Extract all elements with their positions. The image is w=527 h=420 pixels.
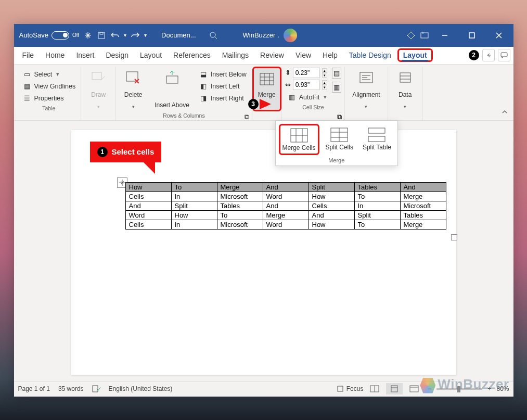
tab-mailings[interactable]: Mailings [217,49,254,61]
table-cell[interactable]: Cells [125,220,171,229]
table-cell[interactable]: Merge [217,182,263,192]
table-cell[interactable]: Tables [400,210,446,220]
zoom-in-button[interactable]: + [485,385,493,392]
undo-icon[interactable] [110,31,120,40]
table-cell[interactable]: Word [263,220,309,229]
autofit-button[interactable]: ▥AutoFit▾ [285,92,329,103]
table-row[interactable]: WordHowToMergeAndSplitTables [125,210,446,220]
table-cell[interactable]: Microsoft [217,220,263,229]
table-cell[interactable]: And [309,210,354,220]
table-cell[interactable]: Merge [400,192,446,201]
table-row[interactable]: AndSplitTablesAndCellsInMicrosoft [125,201,446,210]
data-button[interactable]: Data ▾ [391,67,419,111]
minimize-button[interactable] [433,24,456,47]
read-mode-button[interactable] [366,383,383,394]
table-cell[interactable]: Split [171,201,217,210]
save-icon[interactable] [97,31,106,40]
collapse-ribbon-button[interactable] [501,108,508,117]
insert-left-button[interactable]: ◧Insert Left [197,81,249,92]
table-cell[interactable]: Split [354,210,400,220]
spin-up[interactable]: ▴ [322,68,327,73]
tab-home[interactable]: Home [40,49,70,61]
table-cell[interactable]: Split [309,182,354,192]
zoom-out-button[interactable]: − [426,385,433,392]
language-indicator[interactable]: English (United States) [109,385,173,392]
autosave-toggle[interactable]: AutoSave Off [19,31,80,40]
row-height-input[interactable]: ⇕ ▴▾ [285,68,329,78]
spin-up[interactable]: ▴ [322,80,327,85]
table-cell[interactable]: To [217,210,263,220]
table-cell[interactable]: To [171,182,217,192]
tab-file[interactable]: File [17,49,40,61]
search-icon[interactable] [209,31,218,40]
table-cell[interactable]: Cells [309,201,354,210]
table-row[interactable]: CellsInMicrosoftWordHowToMerge [125,220,446,229]
table-cell[interactable]: And [400,182,446,192]
tab-view[interactable]: View [290,49,316,61]
word-count[interactable]: 35 words [58,385,84,392]
comments-button[interactable] [498,49,510,61]
tab-references[interactable]: References [168,49,216,61]
merge-cells-button[interactable]: Merge Cells [279,124,319,155]
print-layout-button[interactable] [386,383,403,394]
tab-insert[interactable]: Insert [71,49,99,61]
table-cell[interactable]: And [263,182,309,192]
distribute-cols-button[interactable]: ▥ [332,82,341,93]
table-cell[interactable]: To [354,192,400,201]
redo-icon[interactable] [131,31,140,40]
sync-icon[interactable] [83,31,93,40]
maximize-button[interactable] [460,24,483,47]
table-cell[interactable]: Tables [354,182,400,192]
zoom-slider[interactable] [436,388,482,390]
alignment-button[interactable]: Alignment ▾ [348,67,384,111]
spellcheck-icon[interactable] [92,385,100,392]
table-cell[interactable]: Word [263,192,309,201]
tab-design[interactable]: Design [100,49,134,61]
web-layout-button[interactable] [406,383,422,394]
table-cell[interactable]: Tables [217,201,263,210]
tab-layout-context[interactable]: Layout [397,48,433,62]
split-cells-button[interactable]: Split Cells [323,124,356,155]
delete-button[interactable]: Delete ▾ [119,67,147,111]
tab-review[interactable]: Review [255,49,289,61]
close-button[interactable] [487,24,510,47]
draw-button[interactable]: Draw ▾ [84,67,112,111]
properties-button[interactable]: ☰Properties [20,93,78,104]
split-table-button[interactable]: Split Table [359,124,394,155]
table-cell[interactable]: In [171,192,217,201]
tab-layout[interactable]: Layout [135,49,167,61]
zoom-level[interactable]: 80% [496,385,509,392]
share-button[interactable] [482,49,495,61]
table-cell[interactable]: How [171,210,217,220]
page-indicator[interactable]: Page 1 of 1 [18,385,50,392]
dialog-launcher-cellsize[interactable]: ⧉ [337,113,343,119]
insert-below-button[interactable]: ⬓Insert Below [197,69,249,80]
col-width-input[interactable]: ⇔ ▴▾ [285,80,329,90]
word-table[interactable]: HowToMergeAndSplitTablesAndCellsInMicros… [125,182,446,230]
select-button[interactable]: ▭Select▾ [20,69,78,80]
dialog-launcher-rowscols[interactable]: ⧉ [245,113,251,119]
diamond-icon[interactable] [406,31,416,40]
view-gridlines-button[interactable]: ▦View Gridlines [20,81,78,92]
document-area[interactable]: 1 Select cells HowToMergeAndSplitTablesA… [14,121,513,381]
table-cell[interactable]: How [125,182,171,192]
insert-right-button[interactable]: ◨Insert Right [197,93,249,104]
table-cell[interactable]: Microsoft [400,201,446,210]
table-cell[interactable]: And [263,201,309,210]
table-row[interactable]: HowToMergeAndSplitTablesAnd [125,182,446,192]
tab-help[interactable]: Help [317,49,343,61]
table-cell[interactable]: Merge [263,210,309,220]
table-cell[interactable]: Merge [400,220,446,229]
spin-down[interactable]: ▾ [322,85,327,90]
table-cell[interactable]: In [171,220,217,229]
table-cell[interactable]: Cells [125,192,171,201]
insert-above-button[interactable]: Insert Above [150,67,194,111]
distribute-rows-button[interactable]: ▤ [332,68,341,79]
table-cell[interactable]: How [309,220,354,229]
table-cell[interactable]: Microsoft [217,192,263,201]
table-cell[interactable]: How [309,192,354,201]
table-row[interactable]: CellsInMicrosoftWordHowToMerge [125,192,446,201]
spin-down[interactable]: ▾ [322,73,327,78]
focus-mode-button[interactable]: Focus [337,385,364,392]
table-cell[interactable]: Word [125,210,171,220]
